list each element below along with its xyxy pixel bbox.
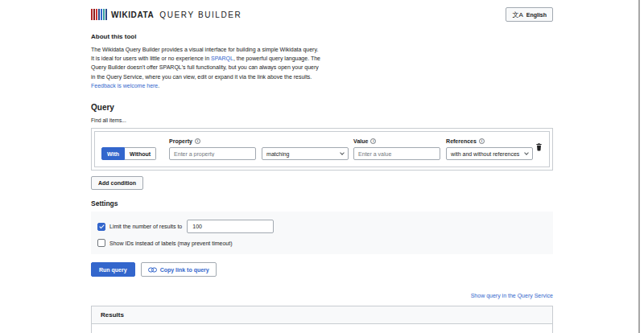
- language-button-label: English: [526, 12, 547, 18]
- wikidata-barcode-icon: [91, 9, 107, 20]
- matching-label-spacer: [262, 137, 349, 145]
- logo-wikidata-text: WIKIDATA: [111, 10, 154, 19]
- property-label: Property: [169, 138, 192, 144]
- delete-condition-button[interactable]: [535, 140, 543, 154]
- toggle-with-button[interactable]: With: [101, 147, 125, 160]
- limit-results-input[interactable]: [187, 220, 274, 233]
- property-group: Property i: [169, 137, 256, 160]
- references-dropdown[interactable]: with and without references: [446, 147, 533, 160]
- references-label-row: References i: [446, 137, 533, 145]
- value-group: Value i: [353, 137, 440, 160]
- show-ids-label: Show IDs instead of labels (may prevent …: [109, 240, 233, 246]
- property-input[interactable]: [169, 147, 256, 160]
- chevron-down-icon: [340, 150, 345, 155]
- run-query-button[interactable]: Run query: [91, 262, 135, 277]
- copy-link-button[interactable]: Copy link to query: [141, 262, 217, 277]
- actions-row: Run query Copy link to query: [91, 262, 553, 277]
- add-condition-button[interactable]: Add condition: [91, 176, 143, 190]
- checkmark-icon: [99, 224, 104, 228]
- matching-group: matching: [262, 137, 349, 160]
- link-icon: [148, 267, 157, 273]
- limit-results-row: Limit the number of results to: [97, 220, 547, 233]
- about-paragraph: The Wikidata Query Builder provides a vi…: [91, 45, 323, 90]
- scrollbar[interactable]: [638, 0, 640, 333]
- results-header: Results: [91, 306, 553, 324]
- sparql-link[interactable]: SPARQL: [211, 56, 233, 61]
- settings-heading: Settings: [91, 199, 553, 208]
- show-ids-checkbox[interactable]: [97, 239, 105, 247]
- condition-row: With Without Property i matching: [94, 131, 550, 167]
- references-label: References: [446, 138, 477, 144]
- references-group: References i with and without references: [446, 137, 533, 160]
- matching-selected-value: matching: [266, 151, 289, 157]
- results-body: Results will be displayed here: [91, 324, 553, 333]
- logo-query-builder-text: QUERY BUILDER: [159, 10, 242, 19]
- references-selected-value: with and without references: [451, 151, 519, 157]
- show-query-service-link[interactable]: Show query in the Query Service: [471, 293, 553, 298]
- property-info-icon[interactable]: i: [195, 138, 200, 144]
- with-without-toggle: With Without: [101, 147, 156, 160]
- about-heading: About this tool: [91, 33, 553, 40]
- value-label: Value: [353, 138, 368, 144]
- value-input[interactable]: [353, 147, 440, 160]
- feedback-link[interactable]: Feedback is welcome here: [91, 83, 158, 88]
- language-icon: 文A: [512, 10, 522, 19]
- conditions-container: With Without Property i matching: [91, 128, 553, 171]
- limit-results-checkbox[interactable]: [97, 223, 105, 231]
- show-query-link-row: Show query in the Query Service: [91, 286, 553, 301]
- property-label-row: Property i: [169, 137, 256, 145]
- value-info-icon[interactable]: i: [370, 138, 376, 144]
- wikidata-logo: WIKIDATA QUERY BUILDER: [91, 9, 242, 20]
- find-all-items-label: Find all items...: [91, 117, 553, 123]
- query-builder-page: WIKIDATA QUERY BUILDER 文A English About …: [0, 0, 644, 333]
- toggle-without-button[interactable]: Without: [125, 147, 156, 160]
- header: WIKIDATA QUERY BUILDER 文A English: [91, 0, 553, 23]
- matching-dropdown[interactable]: matching: [262, 147, 349, 160]
- chevron-down-icon: [524, 150, 529, 155]
- limit-results-label: Limit the number of results to: [109, 224, 182, 229]
- query-heading: Query: [91, 103, 553, 112]
- value-label-row: Value i: [353, 137, 440, 145]
- language-selector-button[interactable]: 文A English: [506, 7, 553, 22]
- trash-icon: [535, 142, 543, 151]
- references-info-icon[interactable]: i: [479, 138, 485, 144]
- about-text-3: .: [158, 83, 159, 88]
- show-ids-row: Show IDs instead of labels (may prevent …: [97, 239, 547, 247]
- copy-link-label: Copy link to query: [160, 267, 209, 273]
- settings-panel: Limit the number of results to Show IDs …: [91, 212, 553, 254]
- results-section: Results Results will be displayed here: [91, 306, 553, 333]
